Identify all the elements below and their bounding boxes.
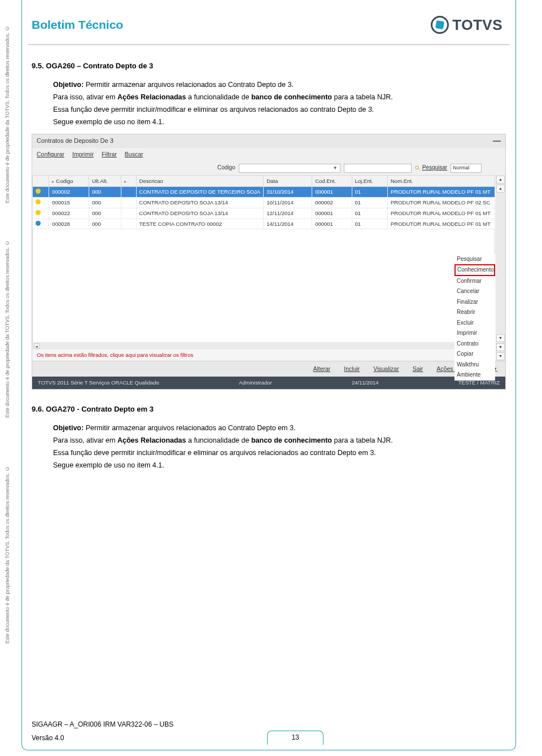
- context-menu-item[interactable]: Contrato: [454, 339, 495, 349]
- chevron-down-icon: ▼: [333, 165, 338, 172]
- cell-noment: PRODUTOR RURAL MODELO PF 01 MT: [388, 187, 495, 198]
- cell-ultalt: 000: [89, 219, 121, 229]
- data-grid: Codigo Ult.Alt. Descricao Data Cod.Ent. …: [32, 175, 495, 230]
- cell-codent: 000002: [312, 198, 352, 208]
- status-dot-icon: [36, 221, 41, 226]
- col-status[interactable]: [33, 175, 49, 187]
- cell-descricao: CONTRATO DE DEPOSITO DE TERCEIRO SOJA: [136, 187, 264, 198]
- action-sair[interactable]: Sair: [413, 365, 423, 373]
- scroll-left-icon[interactable]: ◂: [34, 343, 40, 349]
- cell-lojent: 01: [352, 219, 387, 229]
- view-mode-select[interactable]: Normal: [451, 164, 482, 173]
- s1p2e: para a tabela NJR.: [332, 93, 393, 101]
- col-noment[interactable]: Nom.Ent.: [388, 175, 495, 187]
- menu-imprimir[interactable]: Imprimir: [72, 150, 94, 159]
- side-ownership-text-1: Este documento é de propriedade da TOTVS…: [5, 11, 10, 203]
- footer-version: Versão 4.0: [32, 734, 64, 742]
- context-menu-item[interactable]: Ambiente: [454, 370, 495, 381]
- s1p2b: Ações Relacionadas: [117, 93, 186, 101]
- menu-filtrar[interactable]: Filtrar: [102, 150, 117, 159]
- cell-codigo: 000022: [49, 208, 89, 219]
- context-menu-item[interactable]: Finalizar: [454, 297, 495, 308]
- side-ownership-text-2: Este documento é de propriedade da TOTVS…: [5, 226, 10, 418]
- col-data[interactable]: Data: [264, 175, 312, 187]
- side-ownership-text-3: Este documento é de propriedade da TOTVS…: [5, 452, 10, 644]
- scroll-up2-icon[interactable]: ▲: [496, 185, 505, 193]
- context-menu-item[interactable]: Confirmar: [454, 276, 495, 287]
- search-input[interactable]: [344, 164, 412, 173]
- cell-codent: 000001: [312, 187, 352, 198]
- filter-notice[interactable]: Os itens acima estão filtrados, clique a…: [32, 349, 505, 361]
- svg-line-1: [418, 169, 420, 171]
- context-menu-item[interactable]: Walkthru: [454, 360, 495, 370]
- cell-data: 12/11/2014: [264, 208, 312, 219]
- scroll-dn-icon[interactable]: ▼: [496, 334, 505, 342]
- content: 9.5. OGA260 – Contrato Depto de 3 Objeti…: [32, 61, 506, 473]
- col-codigo[interactable]: Codigo: [49, 175, 89, 187]
- objetivo-label: Objetivo:: [53, 424, 84, 432]
- status-user: Administrador: [239, 379, 272, 387]
- status-env: TOTVS 2011 Série T Serviços ORACLE Quali…: [38, 379, 159, 387]
- col-blank[interactable]: [121, 175, 136, 187]
- status-bar: TOTVS 2011 Série T Serviços ORACLE Quali…: [32, 377, 505, 389]
- cell-noment: PRODUTOR RURAL MODELO PF 01 MT: [388, 208, 495, 219]
- section1-p3: Essa função deve permitir incluir/modifi…: [53, 104, 506, 115]
- context-menu-item[interactable]: Conhecimento: [454, 264, 495, 276]
- section2-p4: Segue exemplo de uso no item 4.1.: [53, 460, 506, 470]
- s2p2a: Para isso, ativar em: [53, 436, 117, 444]
- context-menu-item[interactable]: Excluir: [454, 318, 495, 329]
- col-codent[interactable]: Cod.Ent.: [312, 175, 352, 187]
- table-row[interactable]: 000022000CONTRATO DEPOSITO SOJA 13/1412/…: [33, 208, 495, 219]
- s2p2c: a funcionalidade de: [186, 436, 251, 444]
- header: Boletim Técnico TOTVS: [32, 16, 502, 34]
- section-heading-96: 9.6. OGA270 - Contrato Depto em 3: [32, 404, 506, 415]
- vertical-scrollbar[interactable]: ▲ ▲ ▼ ▼ ▼: [496, 175, 505, 361]
- search-btn-label: Pesquisar: [422, 164, 447, 172]
- section-heading-95: 9.5. OGA260 – Contrato Depto de 3: [32, 61, 506, 72]
- totvs-logo-icon: [431, 16, 449, 34]
- col-descricao[interactable]: Descricao: [136, 175, 264, 187]
- s1p2c: a funcionalidade de: [186, 93, 251, 101]
- s1p2d: banco de conhecimento: [251, 93, 332, 101]
- cell-data: 14/11/2014: [264, 219, 312, 229]
- action-alterar[interactable]: Alterar: [313, 365, 330, 373]
- section1-p2: Para isso, ativar em Ações Relacionadas …: [53, 92, 506, 102]
- cell-descricao: CONTRATO DEPOSITO SOJA 13/14: [136, 198, 264, 208]
- table-row[interactable]: 000002000CONTRATO DE DEPOSITO DE TERCEIR…: [33, 187, 495, 198]
- cell-descricao: TESTE COPIA CONTRATO 00002: [136, 219, 264, 229]
- cell-codent: 000001: [312, 208, 352, 219]
- context-menu-item[interactable]: Cancelar: [454, 286, 495, 297]
- context-menu-item[interactable]: Copiar: [454, 349, 495, 360]
- search-button[interactable]: Pesquisar: [415, 164, 447, 172]
- context-menu-item[interactable]: Imprimir: [454, 328, 495, 339]
- search-icon: [415, 165, 421, 171]
- cell-ultalt: 000: [89, 208, 121, 219]
- action-visualizar[interactable]: Visualizar: [373, 365, 399, 373]
- col-lojent[interactable]: Loj.Ent.: [352, 175, 387, 187]
- col-ultalt[interactable]: Ult.Alt.: [89, 175, 121, 187]
- cell-ultalt: 000: [89, 198, 121, 208]
- search-field-select[interactable]: ▼: [239, 164, 340, 173]
- minimize-icon[interactable]: [493, 141, 501, 142]
- menu-buscar[interactable]: Buscar: [125, 150, 143, 159]
- horizontal-scrollbar[interactable]: ◂: [32, 342, 495, 349]
- menu-configurar[interactable]: Configurar: [37, 150, 64, 159]
- action-incluir[interactable]: Incluir: [344, 365, 360, 373]
- status-date: 24/11/2014: [352, 379, 379, 387]
- cell-codigo: 000015: [49, 198, 89, 208]
- search-field-label: Codigo: [217, 164, 235, 172]
- embedded-screenshot: Contratos de Deposito De 3 Configurar Im…: [32, 134, 506, 390]
- context-menu-item[interactable]: Pesquisar: [454, 254, 495, 265]
- window-titlebar: Contratos de Deposito De 3: [32, 134, 505, 148]
- footer-doc-id: SIGAAGR – A_ORI006 IRM VAR322-06 – UBS: [32, 720, 506, 728]
- objetivo-text: Permitir armazenar arquivos relacionados…: [84, 81, 294, 89]
- scroll-up-icon[interactable]: ▲: [496, 176, 505, 183]
- scroll-dn2-icon[interactable]: ▼: [496, 343, 505, 351]
- scroll-dn3-icon[interactable]: ▼: [496, 352, 505, 360]
- table-row[interactable]: 000028000TESTE COPIA CONTRATO 0000214/11…: [33, 219, 495, 229]
- cell-lojent: 01: [352, 198, 387, 208]
- context-menu-item[interactable]: Reabrir: [454, 307, 495, 318]
- grid-wrap: Codigo Ult.Alt. Descricao Data Cod.Ent. …: [32, 175, 505, 361]
- cell-codent: 000001: [312, 219, 352, 229]
- table-row[interactable]: 000015000CONTRATO DEPOSITO SOJA 13/1410/…: [33, 198, 495, 208]
